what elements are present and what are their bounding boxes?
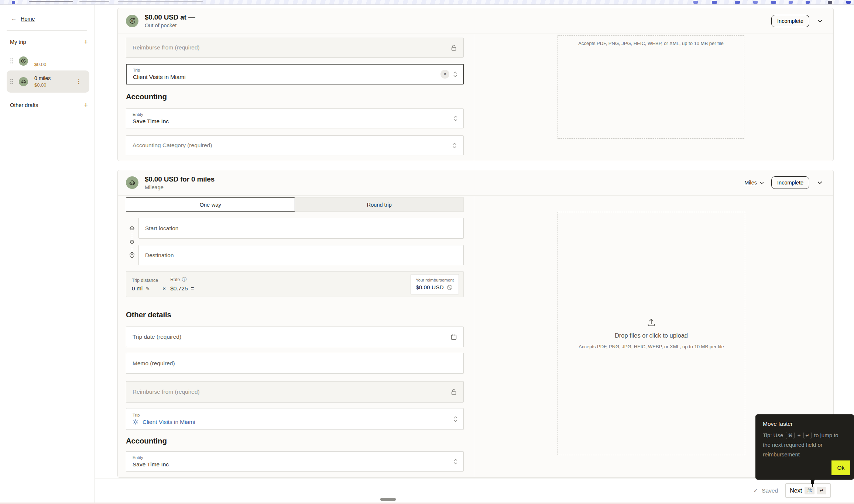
field-placeholder: Trip date (required) bbox=[133, 334, 181, 340]
other-drafts-label: Other drafts bbox=[10, 102, 38, 108]
field-placeholder: Start location bbox=[145, 225, 178, 232]
field-placeholder: Reimburse from (required) bbox=[133, 44, 200, 51]
calendar-icon bbox=[450, 334, 457, 340]
svg-text:$: $ bbox=[23, 60, 24, 63]
reimburse-from-field[interactable]: Reimburse from (required) bbox=[126, 381, 464, 403]
horizontal-scrollbar-handle[interactable] bbox=[380, 498, 396, 501]
svg-text:$: $ bbox=[131, 19, 133, 23]
footer-bar: ✓ Saved Next ⌘ ↵ bbox=[95, 479, 854, 502]
accounting-heading: Accounting bbox=[126, 92, 464, 101]
upload-hint: Accepts PDF, PNG, JPG, HEIC, WEBP, or XM… bbox=[579, 344, 724, 349]
cmd-key-icon: ⌘ bbox=[786, 432, 795, 439]
kebab-menu-icon[interactable]: ⋮ bbox=[76, 78, 89, 85]
enter-key-icon: ↵ bbox=[803, 432, 812, 439]
tooltip-body: Tip: Use ⌘ + ↵ to jump to the next requi… bbox=[763, 431, 842, 459]
browser-tab-text bbox=[118, 1, 203, 2]
mileage-calculation-panel: Trip distance Rate ⓘ 0 mi ✎ × bbox=[126, 271, 464, 297]
card-header: $ $0.00 USD at — Out of pocket Incomplet… bbox=[118, 8, 833, 34]
select-chevrons-icon bbox=[453, 71, 458, 77]
trip-select-field[interactable]: Trip Client Visits in Miami ✕ bbox=[126, 64, 464, 84]
browser-tab-icon[interactable] bbox=[12, 1, 15, 4]
chevron-down-icon[interactable] bbox=[816, 180, 823, 185]
reimbursement-value: $0.00 USD bbox=[416, 284, 444, 291]
expense-title: $0.00 USD for 0 miles bbox=[145, 175, 215, 183]
save-status: ✓ Saved bbox=[753, 487, 778, 494]
clear-icon[interactable]: ✕ bbox=[440, 70, 449, 79]
item-amount: $0.00 bbox=[34, 62, 47, 67]
item-title: — bbox=[34, 55, 47, 61]
browser-toolbar-icon[interactable] bbox=[693, 1, 698, 4]
browser-tab-text bbox=[79, 1, 109, 2]
field-placeholder: Memo (required) bbox=[133, 360, 175, 367]
unit-dropdown[interactable]: Miles bbox=[744, 180, 764, 186]
accounting-heading: Accounting bbox=[126, 436, 464, 445]
route-connector bbox=[132, 246, 132, 252]
browser-toolbar-icon[interactable] bbox=[846, 1, 851, 4]
browser-toolbar-icon[interactable] bbox=[828, 1, 832, 4]
browser-toolbar-icon[interactable] bbox=[771, 1, 776, 4]
move-faster-tooltip: Move faster Tip: Use ⌘ + ↵ to jump to th… bbox=[755, 414, 854, 480]
trip-value: Client Visits in Miami bbox=[143, 419, 195, 425]
accounting-category-field[interactable]: Accounting Category (required) bbox=[126, 135, 464, 155]
times-sign: × bbox=[162, 285, 166, 292]
home-link[interactable]: ← Home bbox=[11, 15, 35, 22]
distance-label: Trip distance bbox=[132, 278, 158, 283]
browser-toolbar-icon[interactable] bbox=[712, 1, 717, 4]
rate-value: $0.725 bbox=[170, 285, 188, 292]
trip-value: Client Visits in Miami bbox=[133, 74, 457, 80]
drag-handle-icon[interactable] bbox=[10, 79, 14, 84]
memo-field[interactable]: Memo (required) bbox=[126, 353, 464, 374]
trip-select-field[interactable]: Trip Client Visits in Miami bbox=[126, 408, 464, 430]
browser-strip bbox=[0, 0, 854, 5]
cmd-key-icon: ⌘ bbox=[805, 487, 814, 494]
entity-select-field[interactable]: Entity Save Time Inc bbox=[126, 108, 464, 128]
add-trip-expense-button[interactable]: + bbox=[84, 38, 88, 45]
my-trip-label: My trip bbox=[10, 39, 26, 45]
start-location-input[interactable]: Start location bbox=[138, 218, 464, 239]
trip-link[interactable]: Client Visits in Miami bbox=[133, 419, 457, 425]
other-details-heading: Other details bbox=[126, 310, 464, 319]
status-badge[interactable]: Incomplete bbox=[771, 176, 809, 189]
reimburse-from-field[interactable]: Reimburse from (required) bbox=[126, 38, 464, 58]
add-draft-button[interactable]: + bbox=[84, 101, 88, 108]
item-title: 0 miles bbox=[34, 75, 51, 81]
drag-handle-icon[interactable] bbox=[10, 58, 14, 64]
next-button[interactable]: Next ⌘ ↵ bbox=[785, 483, 831, 498]
field-placeholder: Accounting Category (required) bbox=[133, 142, 212, 149]
sidebar-item-out-of-pocket[interactable]: $ — $0.00 bbox=[7, 52, 89, 70]
expense-subtitle: Mileage bbox=[145, 184, 215, 190]
entity-value: Save Time Inc bbox=[133, 118, 457, 125]
reimbursement-box: Your reimbursement $0.00 USD bbox=[411, 274, 459, 294]
tab-round-trip[interactable]: Round trip bbox=[295, 197, 464, 212]
edit-icon[interactable]: ✎ bbox=[145, 286, 150, 291]
chevron-down-icon[interactable] bbox=[816, 18, 823, 24]
trip-date-field[interactable]: Trip date (required) bbox=[126, 327, 464, 347]
cash-back-icon: $ bbox=[126, 15, 138, 27]
tooltip-title: Move faster bbox=[763, 421, 847, 427]
field-label: Entity bbox=[133, 112, 457, 117]
sidebar: ← Home My trip + $ — $0.00 bbox=[0, 5, 95, 504]
field-placeholder: Destination bbox=[145, 252, 174, 259]
back-arrow-icon: ← bbox=[11, 15, 17, 22]
browser-toolbar-icon[interactable] bbox=[789, 1, 793, 4]
enter-key-icon: ↵ bbox=[817, 487, 826, 494]
car-icon bbox=[126, 176, 138, 189]
waypoint-icon bbox=[130, 239, 134, 244]
check-icon: ✓ bbox=[753, 487, 758, 494]
tab-one-way[interactable]: One-way bbox=[126, 197, 295, 212]
receipt-dropzone[interactable]: Accepts PDF, PNG, JPG, HEIC, WEBP, or XM… bbox=[558, 35, 744, 139]
my-trip-section-header: My trip + bbox=[10, 38, 88, 45]
status-badge[interactable]: Incomplete bbox=[771, 15, 809, 27]
route-connector bbox=[132, 233, 132, 240]
browser-toolbar-icon[interactable] bbox=[735, 1, 740, 4]
browser-toolbar-icon[interactable] bbox=[753, 1, 758, 4]
receipt-dropzone[interactable]: Drop files or click to upload Accepts PD… bbox=[558, 212, 745, 455]
ok-button[interactable]: Ok bbox=[831, 460, 850, 475]
sidebar-item-mileage[interactable]: 0 miles $0.00 ⋮ bbox=[7, 70, 89, 93]
browser-toolbar-icon[interactable] bbox=[806, 1, 810, 4]
other-drafts-section-header: Other drafts + bbox=[10, 101, 88, 108]
info-icon[interactable]: ⓘ bbox=[182, 276, 187, 283]
destination-input[interactable]: Destination bbox=[138, 245, 464, 265]
entity-select-field[interactable]: Entity Save Time Inc bbox=[126, 451, 464, 472]
field-label: Trip bbox=[133, 68, 457, 72]
